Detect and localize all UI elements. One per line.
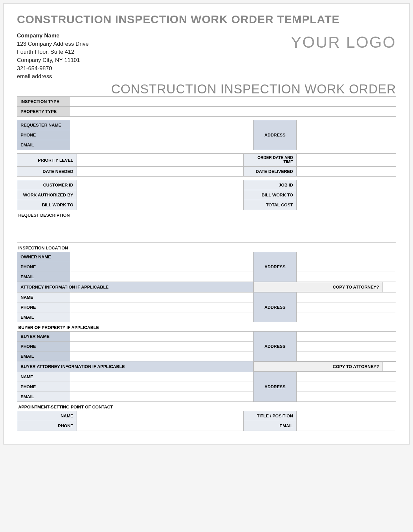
owner-address-3[interactable] (297, 272, 396, 282)
job-id-input[interactable] (297, 180, 396, 190)
buyer-address-3[interactable] (297, 351, 396, 361)
attorney-address-1[interactable] (297, 293, 396, 302)
buyer-email-input[interactable] (70, 351, 254, 361)
customer-id-input[interactable] (77, 180, 244, 190)
owner-name-label: OWNER NAME (17, 252, 70, 262)
contact-email-input[interactable] (297, 421, 396, 431)
contact-name-input[interactable] (77, 411, 244, 421)
contact-phone-input[interactable] (77, 421, 244, 431)
requester-phone-input[interactable] (70, 130, 254, 140)
form-title: CONSTRUCTION INSPECTION WORK ORDER (17, 82, 396, 96)
contact-name-label: NAME (17, 411, 77, 421)
inspection-location-header: INSPECTION LOCATION (17, 243, 396, 252)
contact-phone-label: PHONE (17, 421, 77, 431)
work-order-page: CONSTRUCTION INSPECTION WORK ORDER TEMPL… (3, 3, 410, 445)
buyer-attorney-name-input[interactable] (70, 372, 254, 382)
owner-address-2[interactable] (297, 262, 396, 272)
buyer-address-label: ADDRESS (254, 332, 297, 361)
owner-phone-input[interactable] (70, 262, 254, 272)
buyer-address-1[interactable] (297, 332, 396, 342)
buyer-section-header: BUYER OF PROPERTY IF APPLICABLE (17, 322, 396, 331)
customer-id-label: CUSTOMER ID (17, 180, 77, 190)
work-auth-by-label: WORK AUTHORIZED BY (17, 190, 77, 200)
date-needed-label: DATE NEEDED (17, 167, 77, 177)
owner-table: OWNER NAME ADDRESS PHONE EMAIL ATTORNEY … (17, 252, 396, 322)
requester-address-1[interactable] (297, 120, 396, 130)
buyer-attorney-name-label: NAME (17, 372, 70, 382)
company-name: Company Name (17, 32, 88, 40)
contact-title-label: TITLE / POSITION (244, 411, 297, 421)
attorney-phone-input[interactable] (70, 302, 254, 312)
bill-work-to-input-2[interactable] (77, 200, 244, 210)
ids-table: CUSTOMER ID JOB ID WORK AUTHORIZED BY BI… (17, 180, 396, 210)
company-email: email address (17, 73, 88, 81)
owner-address-1[interactable] (297, 252, 396, 262)
attorney-address-3[interactable] (297, 312, 396, 322)
total-cost-label: TOTAL COST (244, 200, 297, 210)
buyer-email-label: EMAIL (17, 351, 70, 361)
attorney-address-label: ADDRESS (254, 293, 297, 322)
appointment-section-header: APPOINTMENT-SETTING POINT OF CONTACT (17, 402, 396, 411)
attorney-address-2[interactable] (297, 302, 396, 312)
request-desc-input[interactable] (17, 219, 396, 243)
buyer-attorney-phone-input[interactable] (70, 382, 254, 392)
date-delivered-input[interactable] (297, 167, 396, 177)
attorney-name-input[interactable] (70, 293, 254, 302)
requester-address-3[interactable] (297, 140, 396, 150)
priority-level-label: PRIORITY LEVEL (17, 153, 77, 166)
date-needed-input[interactable] (77, 167, 244, 177)
requester-email-label: EMAIL (17, 140, 70, 150)
bill-work-to-input-1[interactable] (297, 190, 396, 200)
company-addr1: 123 Company Address Drive (17, 40, 88, 48)
company-block: Company Name 123 Company Address Drive F… (17, 32, 88, 81)
work-auth-by-input[interactable] (77, 190, 244, 200)
requester-address-label: ADDRESS (254, 120, 297, 150)
requester-name-input[interactable] (70, 120, 254, 130)
buyer-attorney-address-2[interactable] (297, 382, 396, 392)
copy-to-attorney-label: COPY TO ATTORNEY? (254, 282, 383, 292)
property-type-label: PROPERTY TYPE (17, 106, 70, 116)
buyer-name-input[interactable] (70, 332, 254, 342)
order-date-time-input[interactable] (297, 153, 396, 166)
bill-work-to-label-1: BILL WORK TO (244, 190, 297, 200)
owner-email-input[interactable] (70, 272, 254, 282)
buyer-phone-label: PHONE (17, 342, 70, 351)
buyer-attorney-address-1[interactable] (297, 372, 396, 382)
order-date-time-label: ORDER DATE AND TIME (244, 153, 297, 166)
requester-phone-label: PHONE (17, 130, 70, 140)
buyer-name-label: BUYER NAME (17, 332, 70, 342)
buyer-attorney-address-3[interactable] (297, 392, 396, 402)
bill-work-to-label-2: BILL WORK TO (17, 200, 77, 210)
contact-email-label: EMAIL (244, 421, 297, 431)
company-addr3: Company City, NY 11101 (17, 56, 88, 65)
owner-email-label: EMAIL (17, 272, 70, 282)
buyer-attorney-email-label: EMAIL (17, 392, 70, 402)
date-delivered-label: DATE DELIVERED (244, 167, 297, 177)
buyer-address-2[interactable] (297, 342, 396, 351)
buyer-copy-to-attorney-label: COPY TO ATTORNEY? (254, 362, 383, 372)
priority-level-input[interactable] (77, 153, 244, 166)
attorney-email-input[interactable] (70, 312, 254, 322)
logo-placeholder: YOUR LOGO (291, 32, 396, 51)
attorney-email-label: EMAIL (17, 312, 70, 322)
buyer-attorney-address-label: ADDRESS (254, 372, 297, 402)
total-cost-input[interactable] (297, 200, 396, 210)
buyer-attorney-email-input[interactable] (70, 392, 254, 402)
request-desc-header: REQUEST DESCRIPTION (17, 210, 396, 219)
buyer-attorney-info-label: BUYER ATTORNEY INFORMATION IF APPLICABLE (17, 361, 254, 372)
property-type-input[interactable] (70, 106, 396, 116)
appointment-table: NAME TITLE / POSITION PHONE EMAIL (17, 411, 396, 431)
buyer-copy-to-attorney-checkbox[interactable] (383, 362, 396, 372)
inspection-type-input[interactable] (70, 96, 396, 106)
requester-email-input[interactable] (70, 140, 254, 150)
document-title: CONSTRUCTION INSPECTION WORK ORDER TEMPL… (17, 13, 396, 26)
job-id-label: JOB ID (244, 180, 297, 190)
owner-name-input[interactable] (70, 252, 254, 262)
attorney-info-label: ATTORNEY INFORMATION IF APPLICABLE (17, 282, 254, 293)
buyer-table: BUYER NAME ADDRESS PHONE EMAIL BUYER ATT… (17, 331, 396, 402)
buyer-phone-input[interactable] (70, 342, 254, 351)
requester-address-2[interactable] (297, 130, 396, 140)
copy-to-attorney-checkbox[interactable] (383, 282, 396, 292)
contact-title-input[interactable] (297, 411, 396, 421)
requester-name-label: REQUESTER NAME (17, 120, 70, 130)
